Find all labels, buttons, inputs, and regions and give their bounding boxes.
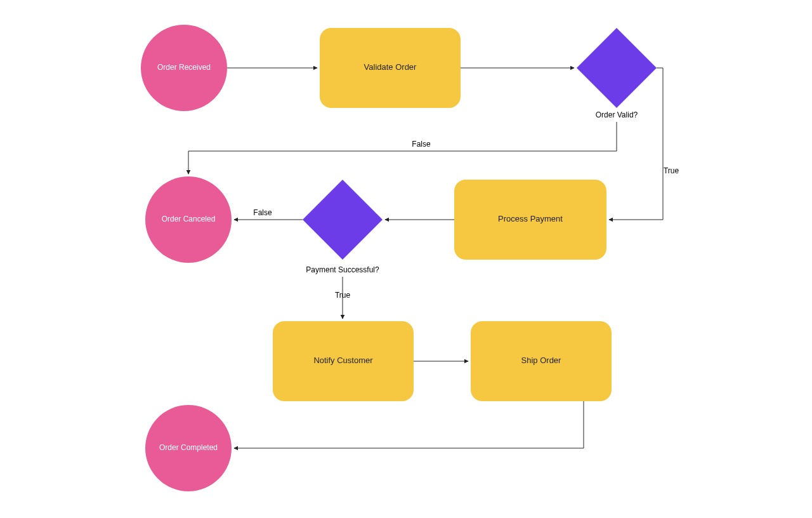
node-notify-customer-label: Notify Customer [313,355,373,365]
node-validate-order-label: Validate Order [364,62,417,72]
node-validate-order[interactable]: Validate Order [320,28,461,108]
edge-pay-false-label: False [253,208,272,217]
node-payment-successful[interactable]: Payment Successful? [303,180,383,274]
edge-valid-true-label: True [664,166,679,175]
node-notify-customer[interactable]: Notify Customer [273,321,414,401]
edge-ship-to-completed [234,401,584,448]
node-order-completed[interactable]: Order Completed [145,405,232,491]
node-order-valid-caption: Order Valid? [596,110,638,119]
node-process-payment-label: Process Payment [498,214,563,223]
flowchart-canvas: Order Received Validate Order Order Vali… [0,0,812,518]
node-order-received[interactable]: Order Received [141,25,227,111]
node-process-payment[interactable]: Process Payment [454,180,606,260]
svg-marker-2 [577,28,657,108]
node-order-canceled[interactable]: Order Canceled [145,176,232,263]
svg-marker-4 [303,180,383,260]
node-payment-successful-caption: Payment Successful? [306,265,379,274]
node-order-received-label: Order Received [157,63,211,72]
node-order-canceled-label: Order Canceled [162,215,216,223]
node-ship-order[interactable]: Ship Order [471,321,612,401]
edge-pay-true-label: True [335,291,351,300]
edge-valid-false-label: False [412,140,431,149]
edge-valid-false [188,122,617,174]
node-order-valid[interactable]: Order Valid? [577,28,657,119]
node-ship-order-label: Ship Order [521,355,562,365]
node-order-completed-label: Order Completed [159,443,218,452]
